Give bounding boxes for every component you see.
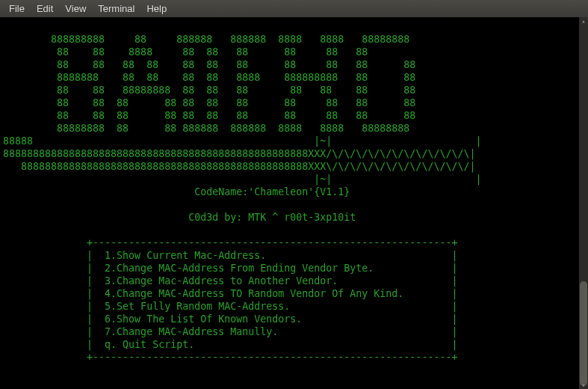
menu-border-top: +---------------------------------------… <box>3 237 457 248</box>
codedby-line: C0d3d by: MTK ^ r00t-3xp10it <box>3 211 585 224</box>
codename-line: CodeName:'Chameleon'{V1.1} <box>3 186 585 198</box>
menu-item-1: | 1.Show Current Mac-Address. | <box>3 250 457 261</box>
menu-edit[interactable]: Edit <box>31 1 59 16</box>
menu-view[interactable]: View <box>59 1 92 16</box>
banner-line: 88 88 88 88 88 88 88 88 88 88 88 <box>3 59 415 70</box>
banner-line: 8888888888888888888888888888888888888888… <box>3 148 475 159</box>
banner-line: 8888888888888888888888888888888888888888… <box>3 161 475 172</box>
banner-line: 88888888 88 88 888888 888888 8888 8888 8… <box>3 123 409 134</box>
menu-item-2: | 2.Change MAC-Address From Ending Vendo… <box>3 263 457 274</box>
banner-line: 88888 |~| | <box>3 135 481 147</box>
scroll-up-icon[interactable]: ▴ <box>579 17 588 25</box>
banner-line: 8888888 88 88 88 88 8888 888888888 88 88 <box>3 72 415 83</box>
menubar: File Edit View Terminal Help <box>0 0 588 17</box>
menu-terminal[interactable]: Terminal <box>92 1 140 16</box>
scroll-down-icon[interactable]: ▾ <box>579 382 588 389</box>
menu-item-4: | 4.Change MAC-Address TO Random Vendor … <box>3 288 457 299</box>
menu-item-quit: | q. Quit Script. | <box>3 339 457 350</box>
menu-item-3: | 3.Change Mac-Address to Another Vendor… <box>3 275 457 287</box>
scrollbar-thumb[interactable] <box>580 281 587 386</box>
menu-help[interactable]: Help <box>140 1 173 16</box>
banner-line: 88 88 8888 88 88 88 88 88 88 <box>3 46 368 58</box>
menu-item-5: | 5.Set Fully Random MAC-Address. | <box>3 301 457 312</box>
terminal-area[interactable]: 888888888 88 888888 888888 8888 8888 888… <box>0 17 588 389</box>
banner-line: 888888888 88 888888 888888 8888 8888 888… <box>3 34 409 45</box>
banner-line: 88 88 88 88 88 88 88 88 88 88 88 <box>3 110 415 121</box>
banner-line: 88 88 88 88 88 88 88 88 88 88 88 <box>3 97 415 108</box>
banner-line: 88 88 88888888 88 88 88 88 88 88 88 <box>3 85 415 96</box>
menu-item-7: | 7.Change MAC-Address Manully. | <box>3 326 457 337</box>
menu-border-bottom: +---------------------------------------… <box>3 352 457 363</box>
menu-file[interactable]: File <box>3 1 31 16</box>
scrollbar[interactable]: ▴ ▾ <box>579 17 588 389</box>
banner-line: |~| | <box>3 174 481 185</box>
menu-item-6: | 6.Show The List Of Known Vendors. | <box>3 313 457 325</box>
